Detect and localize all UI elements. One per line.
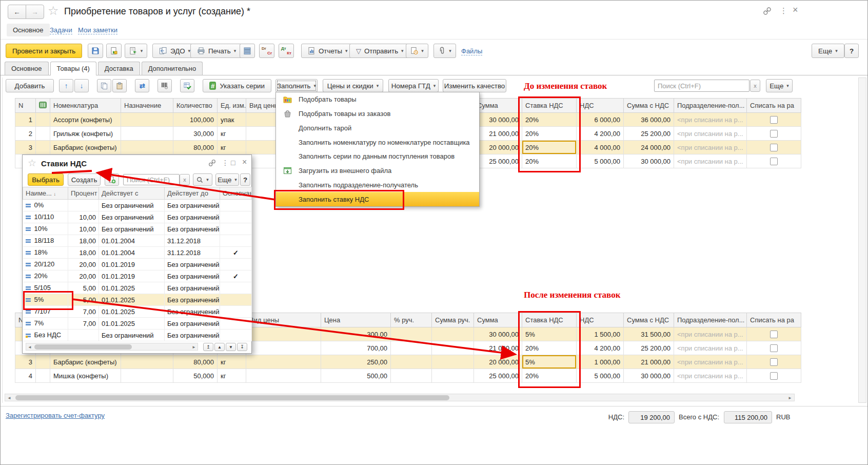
col-sum[interactable]: Сумма (474, 313, 522, 327)
menu-item-load-external-file[interactable]: Загрузить из внешнего файла (276, 164, 479, 178)
scrollbar-thumb[interactable] (15, 395, 449, 400)
cell-to[interactable]: 31.12.2018 (165, 247, 220, 259)
col-main[interactable]: Основная (220, 187, 252, 200)
cell-manual-sum[interactable] (432, 341, 474, 355)
cell-to[interactable]: Без ограничений (165, 200, 220, 211)
cell-manual-sum[interactable] (432, 355, 474, 369)
vat-rate-row[interactable]: 10/11010,00Без ограниченийБез ограничени… (23, 211, 252, 223)
cell-serial[interactable] (36, 355, 50, 369)
col-total[interactable]: Сумма с НДС (624, 99, 674, 113)
horizontal-scrollbar[interactable]: ◄ ► (5, 394, 795, 401)
go-last-button[interactable]: ↧ (237, 343, 247, 351)
paste-button[interactable] (112, 79, 127, 92)
scroll-right-icon[interactable]: ► (788, 395, 792, 401)
col-total[interactable]: Сумма с НДС (624, 313, 674, 327)
post-and-close-button[interactable]: Провести и закрыть (6, 44, 82, 58)
popup-help-button[interactable]: ? (240, 173, 250, 186)
cell-n[interactable]: 2 (15, 127, 36, 141)
cell-n[interactable]: 3 (15, 141, 36, 154)
cell-manual-pct[interactable] (391, 327, 432, 341)
col-serial[interactable] (36, 99, 50, 113)
cell-manual-pct[interactable] (391, 341, 432, 355)
cell-department[interactable]: <при списании на р... (674, 154, 747, 168)
writeoff-checkbox[interactable] (770, 331, 778, 338)
go-first-button[interactable]: ↥ (203, 343, 213, 351)
cell-writeoff[interactable] (747, 341, 801, 355)
col-valid-to[interactable]: Действует до (165, 187, 220, 200)
cell-writeoff[interactable] (747, 113, 801, 127)
fill-menu-button[interactable]: Заполнить▾ (275, 79, 318, 92)
favorite-star-icon[interactable]: ☆ (28, 157, 36, 169)
cell-department[interactable]: <при списании на р... (674, 127, 747, 141)
cell-price[interactable]: 500,00 (321, 369, 391, 383)
cell-to[interactable]: Без ограничений (165, 223, 220, 235)
col-valid-from[interactable]: Действует с (99, 187, 165, 200)
cell-name[interactable]: 18/118 (23, 235, 68, 247)
cell-main[interactable]: ✓ (220, 270, 252, 282)
cell-sum[interactable]: 25 000,00 (474, 369, 522, 383)
cell-quantity[interactable]: 80,000 (173, 355, 218, 369)
cell-from[interactable]: 01.01.2025 (99, 282, 165, 294)
menu-item-add-packaging[interactable]: Дополнить тарой (276, 121, 479, 135)
attachments-button[interactable]: ▾ (433, 44, 456, 58)
cell-total[interactable]: 36 000,00 (624, 113, 674, 127)
dr-cr-movements-button[interactable]: DrCr (259, 44, 274, 58)
cell-writeoff[interactable] (747, 355, 801, 369)
cell-main[interactable] (220, 330, 252, 341)
clear-search-icon[interactable]: x (180, 174, 190, 185)
vat-rate-row[interactable]: 7/1077,0001.01.2025Без ограничений (23, 306, 252, 318)
cell-name[interactable]: 5% (23, 294, 68, 306)
forward-button[interactable]: → (26, 5, 44, 19)
cell-percent[interactable]: 7,00 (68, 318, 99, 330)
nav-item-tasks[interactable]: Задачи (50, 26, 72, 34)
cell-vat[interactable]: 4 200,00 (577, 127, 624, 141)
tab-main[interactable]: Основное (5, 62, 49, 75)
get-link-icon[interactable] (763, 7, 772, 17)
scroll-left-icon[interactable]: ◄ (28, 344, 32, 351)
search-options-button[interactable]: ▾ (193, 173, 212, 186)
close-icon[interactable]: × (793, 6, 798, 14)
cell-from[interactable]: 01.01.2025 (99, 318, 165, 330)
maximize-icon[interactable]: □ (231, 159, 235, 167)
cell-quantity[interactable]: 100,000 (173, 113, 218, 127)
cell-total[interactable]: 21 000,00 (624, 355, 674, 369)
cell-to[interactable]: 31.12.2018 (165, 235, 220, 247)
cell-vat[interactable]: 6 000,00 (577, 113, 624, 127)
add-row-button[interactable]: Добавить (6, 79, 54, 92)
cell-from[interactable]: 01.01.2025 (99, 306, 165, 318)
writeoff-checkbox[interactable] (770, 358, 778, 366)
go-down-button[interactable]: ▼ (226, 343, 236, 351)
cell-from[interactable]: 01.01.2025 (99, 294, 165, 306)
menu-item-pick-from-orders[interactable]: Подобрать товары из заказов (276, 107, 479, 121)
scroll-right-icon[interactable]: ► (192, 344, 196, 351)
scroll-left-icon[interactable]: ◄ (7, 395, 11, 401)
cell-vat[interactable]: 1 000,00 (577, 355, 624, 369)
writeoff-checkbox[interactable] (770, 116, 778, 124)
cell-from[interactable]: 01.01.2019 (99, 270, 165, 282)
scrollbar-thumb[interactable] (34, 344, 132, 350)
cell-main[interactable] (220, 294, 252, 306)
kebab-menu-icon[interactable]: ⋮ (222, 159, 229, 167)
vat-rate-row[interactable]: 7%7,0001.01.2025Без ограничений (23, 318, 252, 330)
cell-total[interactable]: 31 500,00 (624, 327, 674, 341)
save-button[interactable] (88, 44, 103, 58)
cell-writeoff[interactable] (747, 327, 801, 341)
cell-from[interactable]: Без ограничений (99, 223, 165, 235)
cell-vat[interactable]: 5 000,00 (577, 369, 624, 383)
cell-writeoff[interactable] (747, 154, 801, 168)
cell-from[interactable]: 01.01.2004 (99, 235, 165, 247)
cell-percent[interactable]: 18,00 (68, 247, 99, 259)
cell-main[interactable] (220, 259, 252, 270)
writeoff-checkbox[interactable] (770, 130, 778, 138)
cell-nomenclature[interactable]: Барбарис (конфеты) (50, 355, 121, 369)
cell-purpose[interactable] (121, 127, 173, 141)
table-check-button[interactable] (180, 79, 194, 92)
cell-n[interactable]: 3 (15, 355, 36, 369)
cell-total[interactable]: 30 000,00 (624, 154, 674, 168)
vat-rate-row[interactable]: 0%Без ограниченийБез ограничений (23, 200, 252, 211)
cell-main[interactable] (220, 200, 252, 211)
cell-serial[interactable] (36, 113, 50, 127)
col-price-kind[interactable]: Вид цены (246, 313, 321, 327)
move-up-button[interactable]: ↑ (59, 79, 73, 92)
cell-department[interactable]: <при списании на р... (674, 369, 747, 383)
